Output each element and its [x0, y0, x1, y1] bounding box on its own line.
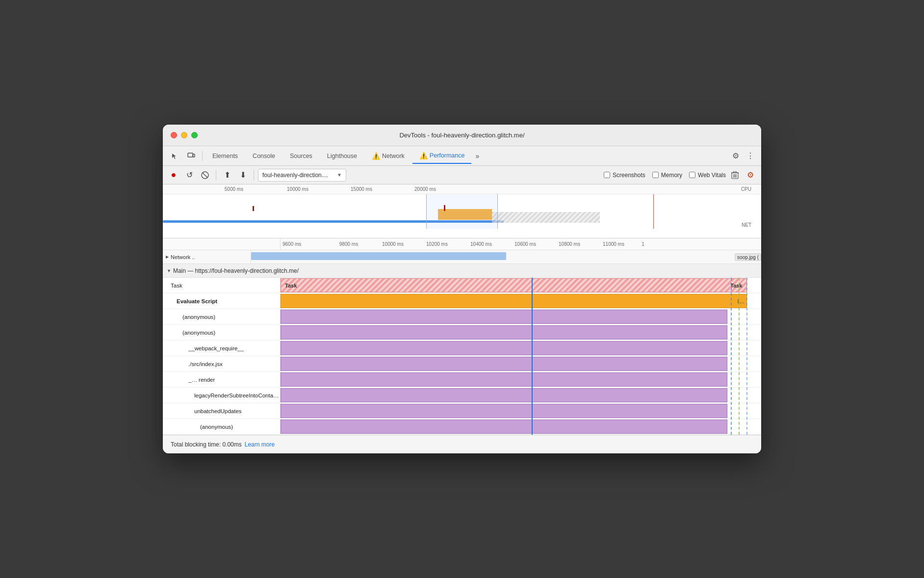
trash-button[interactable]: [728, 168, 742, 182]
soop-badge: soop.jpg (: [735, 253, 761, 261]
timeline-area: 5000 ms 10000 ms 15000 ms 20000 ms CPU N…: [163, 184, 761, 238]
flame-ruler-spacer: [163, 238, 281, 250]
flame-label-anon1: (anonymous): [163, 309, 281, 324]
network-warning-icon: ⚠️: [372, 152, 380, 160]
screenshots-checkbox[interactable]: Screenshots: [604, 172, 645, 179]
svg-rect-0: [188, 153, 193, 157]
flame-bar-render: [281, 372, 761, 387]
dashed-vline-1: [731, 278, 732, 435]
tab-sources[interactable]: Sources: [283, 148, 319, 164]
flame-row-webpack: __webpack_require__: [163, 341, 761, 356]
url-text: foul-heavenly-direction....: [262, 172, 335, 179]
tab-console-label: Console: [253, 153, 275, 159]
device-toggle-button[interactable]: [183, 148, 199, 164]
flame-bar-anon2: [281, 325, 761, 340]
evaluate-bar: L...: [281, 294, 747, 308]
reload-button[interactable]: ↺: [182, 168, 196, 182]
memory-checkbox-input[interactable]: [652, 172, 659, 178]
flame-mark-10600: 10600 ms: [503, 241, 547, 247]
tab-performance-label: Performance: [430, 152, 465, 159]
ruler-mark-10000: 10000 ms: [266, 186, 330, 192]
inspect-icon-button[interactable]: [167, 148, 182, 164]
flame-mark-10400: 10400 ms: [459, 241, 503, 247]
flame-ruler-marks: 9600 ms 9800 ms 10000 ms 10200 ms 10400 …: [281, 241, 761, 247]
tab-lighthouse[interactable]: Lighthouse: [320, 148, 364, 164]
flame-bar-anon1: [281, 309, 761, 324]
flame-mark-end: 1: [636, 241, 650, 247]
maximize-button[interactable]: [191, 132, 198, 138]
record-button[interactable]: ●: [167, 168, 180, 182]
svg-line-3: [203, 173, 207, 178]
flame-chart-ruler: 9600 ms 9800 ms 10000 ms 10200 ms 10400 …: [163, 238, 761, 250]
toolbar-sep-2: [254, 170, 254, 180]
flame-row-unbatched: unbatchedUpdates: [163, 403, 761, 419]
window-title: DevTools - foul-heavenly-direction.glitc…: [399, 131, 524, 139]
svg-rect-1: [193, 154, 195, 157]
ruler-mark-5000: 5000 ms: [202, 186, 266, 192]
flame-label-task: Task: [163, 278, 281, 293]
network-row-text: Network ..: [171, 254, 195, 260]
web-vitals-checkbox[interactable]: Web Vitals: [689, 172, 726, 179]
settings-icon[interactable]: ⚙: [729, 149, 743, 163]
close-button[interactable]: [171, 132, 177, 138]
tab-elements[interactable]: Elements: [205, 148, 245, 164]
screenshots-label: Screenshots: [613, 172, 645, 179]
ruler-mark-15000: 15000 ms: [330, 186, 393, 192]
devtools-window: DevTools - foul-heavenly-direction.glitc…: [163, 125, 761, 453]
timeline-selection: [426, 194, 498, 229]
flame-mark-10000: 10000 ms: [371, 241, 415, 247]
flame-row-task: Task Task Task: [163, 278, 761, 293]
flame-row-src: ./src/index.jsx: [163, 356, 761, 372]
learn-more-link[interactable]: Learn more: [245, 441, 275, 448]
toolbar-options: Screenshots Memory Web Vitals: [604, 172, 726, 179]
settings-gear-button[interactable]: ⚙: [744, 168, 757, 182]
url-display[interactable]: foul-heavenly-direction.... ▼: [258, 169, 346, 182]
tab-network[interactable]: ⚠️ Network: [365, 148, 411, 164]
flame-bar-webpack: [281, 341, 761, 356]
more-tabs-button[interactable]: »: [472, 148, 482, 164]
download-button[interactable]: ⬇: [236, 168, 250, 182]
tab-console[interactable]: Console: [246, 148, 282, 164]
main-header[interactable]: ▼ Main — https://foul-heavenly-direction…: [163, 264, 761, 278]
ruler-mark-20000: 20000 ms: [393, 186, 457, 192]
network-row: ▶ Network .. soop.jpg (: [163, 250, 761, 264]
tab-lighthouse-label: Lighthouse: [327, 153, 357, 159]
tab-performance[interactable]: ⚠️ Performance: [412, 148, 472, 164]
webpack-bar: [281, 341, 727, 355]
timeline-red-vline: [653, 194, 654, 229]
flame-row-anon3: (anonymous): [163, 419, 761, 435]
tab-elements-label: Elements: [212, 153, 238, 159]
main-collapse-icon: ▼: [167, 268, 171, 273]
flame-label-unbatched: unbatchedUpdates: [163, 403, 281, 419]
flame-label-anon2: (anonymous): [163, 325, 281, 340]
clear-button[interactable]: [198, 168, 212, 182]
tbt-text: Total blocking time: 0.00ms: [171, 441, 242, 448]
tab-network-label: Network: [382, 153, 405, 159]
more-options-icon[interactable]: ⋮: [744, 149, 757, 163]
flame-row-anon1: (anonymous): [163, 309, 761, 325]
flame-row-legacy: legacyRenderSubtreeIntoContainer: [163, 388, 761, 403]
src-bar: [281, 357, 727, 371]
web-vitals-checkbox-input[interactable]: [689, 172, 695, 178]
memory-label: Memory: [661, 172, 682, 179]
flame-row-anon2: (anonymous): [163, 325, 761, 341]
title-bar: DevTools - foul-heavenly-direction.glitc…: [163, 125, 761, 146]
flame-bar-evaluate: L...: [281, 293, 761, 309]
memory-checkbox[interactable]: Memory: [652, 172, 682, 179]
cursor-icon: [171, 153, 178, 159]
upload-button[interactable]: ⬆: [220, 168, 234, 182]
flame-label-anon3: (anonymous): [163, 419, 281, 434]
timeline-hatched-region: [492, 212, 600, 223]
flame-bar-legacy: [281, 388, 761, 403]
flame-label-webpack: __webpack_require__: [163, 341, 281, 356]
traffic-lights: [171, 132, 198, 138]
legacy-bar: [281, 388, 727, 402]
performance-warning-icon: ⚠️: [419, 152, 428, 159]
network-row-label[interactable]: ▶ Network ..: [163, 250, 251, 263]
network-blue-bar: [251, 252, 506, 260]
cpu-label: CPU: [741, 186, 751, 192]
blue-vline: [532, 278, 533, 435]
screenshots-checkbox-input[interactable]: [604, 172, 610, 178]
minimize-button[interactable]: [181, 132, 187, 138]
status-bar: Total blocking time: 0.00ms Learn more: [163, 435, 761, 453]
